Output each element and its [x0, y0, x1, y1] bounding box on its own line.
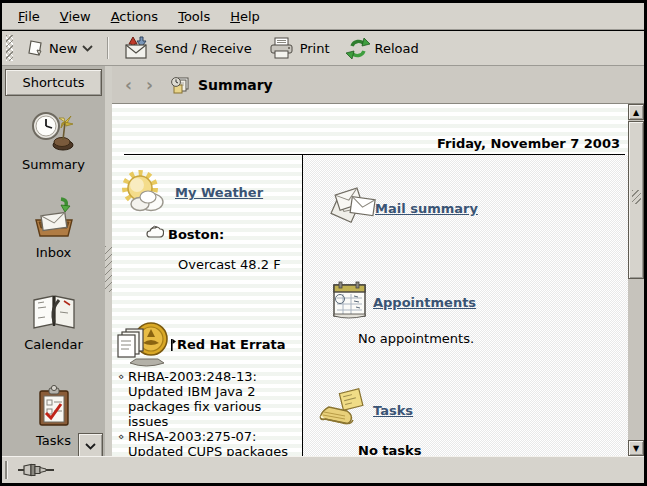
- mail-summary-icon: [329, 185, 377, 229]
- flag-marker-icon: [170, 339, 176, 351]
- shortcuts-group-label: Shortcuts: [22, 75, 84, 90]
- page-title: Summary: [198, 77, 273, 93]
- chevron-down-icon: [85, 443, 96, 450]
- weather-location: Boston:: [168, 227, 224, 242]
- sidebar-item-label: Inbox: [36, 245, 72, 260]
- toolbar: New Send / Receive: [2, 31, 644, 66]
- online-status-icon[interactable]: [18, 463, 54, 477]
- errata-item: RHSA-2003:275-07: Updated CUPS packages …: [118, 429, 296, 456]
- my-weather-link[interactable]: My Weather: [175, 185, 263, 200]
- menu-bar: File View Actions Tools Help: [2, 3, 644, 30]
- current-date: Friday, November 7 2003: [437, 136, 620, 151]
- back-button[interactable]: ‹: [118, 73, 139, 97]
- scroll-down-button[interactable]: ▼: [628, 440, 644, 456]
- mail-summary-link[interactable]: Mail summary: [375, 201, 478, 216]
- scroll-up-button[interactable]: ▲: [628, 104, 644, 120]
- forward-button[interactable]: ›: [139, 73, 160, 97]
- shortcuts-group-button[interactable]: Shortcuts: [5, 69, 102, 96]
- sidebar-item-label: Tasks: [36, 433, 71, 448]
- send-receive-icon: [123, 36, 150, 60]
- summary-left-column: My Weather Boston: Overcast 48.2 F: [112, 155, 302, 456]
- shortcut-bar: Shortcuts Summary: [2, 66, 105, 456]
- tasks-shortcut-icon: [33, 384, 75, 428]
- tasks-status: No tasks: [358, 443, 421, 456]
- appointments-status: No appointments.: [358, 331, 474, 346]
- print-icon: [268, 37, 295, 60]
- errata-heading[interactable]: Red Hat Errata: [170, 337, 286, 352]
- reload-button[interactable]: Reload: [338, 33, 427, 64]
- new-button[interactable]: New: [19, 35, 101, 61]
- calendar-shortcut-icon: [30, 292, 78, 332]
- errata-item: RHBA-2003:248-13: Updated IBM Java 2 pac…: [118, 369, 296, 429]
- summary-header-icon: [170, 76, 190, 94]
- new-icon: [27, 39, 44, 57]
- menu-actions[interactable]: Actions: [101, 5, 169, 28]
- summary-right-column: Mail summary Appointments: [302, 155, 628, 456]
- scrollbar-thumb[interactable]: [628, 121, 644, 279]
- sidebar-item-label: Summary: [22, 157, 85, 172]
- print-label: Print: [300, 41, 330, 56]
- vertical-scrollbar[interactable]: ▲ ▼: [628, 104, 644, 456]
- toolbar-separator: [107, 37, 109, 59]
- sidebar-item-label: Calendar: [24, 337, 82, 352]
- folder-title-bar: ‹ › Summary: [112, 66, 644, 104]
- summary-shortcut-icon: [31, 110, 77, 152]
- reload-label: Reload: [375, 41, 419, 56]
- errata-title: Red Hat Errata: [177, 337, 286, 352]
- sidebar-item-summary[interactable]: Summary: [2, 110, 105, 172]
- cloud-icon: [146, 225, 164, 239]
- tasks-panel-icon: [317, 385, 369, 431]
- sidebar-item-calendar[interactable]: Calendar: [2, 292, 105, 352]
- chevron-down-icon: [82, 45, 93, 52]
- send-receive-button[interactable]: Send / Receive: [115, 32, 259, 64]
- menu-tools[interactable]: Tools: [168, 5, 220, 28]
- new-button-label: New: [49, 41, 77, 56]
- reload-icon: [346, 37, 370, 60]
- evolution-window: File View Actions Tools Help New: [0, 0, 647, 486]
- errata-list: RHBA-2003:248-13: Updated IBM Java 2 pac…: [118, 369, 296, 456]
- menu-help[interactable]: Help: [220, 5, 270, 28]
- splitter-grip-icon: [105, 246, 112, 292]
- sidebar-item-inbox[interactable]: Inbox: [2, 196, 105, 260]
- menu-view[interactable]: View: [50, 5, 101, 28]
- statusbar-handle: [5, 461, 8, 479]
- inbox-shortcut-icon: [31, 196, 77, 240]
- appointments-link[interactable]: Appointments: [373, 295, 476, 310]
- send-receive-label: Send / Receive: [155, 41, 251, 56]
- errata-icon: [114, 317, 172, 371]
- menu-file[interactable]: File: [8, 5, 50, 28]
- status-bar: [2, 456, 644, 483]
- print-button[interactable]: Print: [260, 33, 338, 64]
- toolbar-drag-handle[interactable]: [6, 35, 13, 61]
- summary-content: Friday, November 7 2003 My Weather: [112, 104, 628, 456]
- weather-icon: [118, 169, 170, 217]
- pane-splitter[interactable]: [105, 66, 112, 456]
- appointments-icon: [329, 279, 371, 321]
- tasks-link[interactable]: Tasks: [373, 403, 413, 418]
- weather-condition: Overcast 48.2 F: [178, 257, 281, 272]
